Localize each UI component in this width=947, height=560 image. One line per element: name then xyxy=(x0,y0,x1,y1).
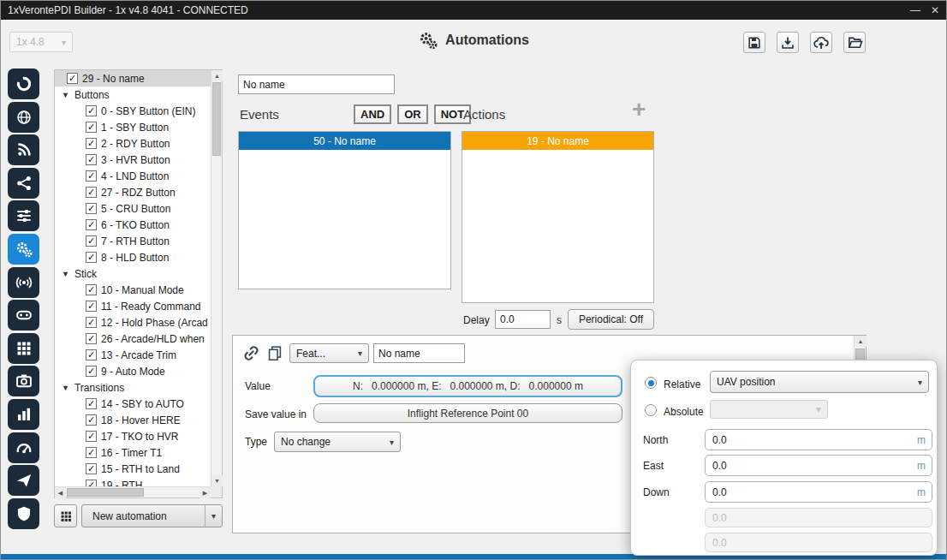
copy-button[interactable] xyxy=(264,342,286,364)
add-action-button[interactable]: + xyxy=(632,98,646,122)
type-select[interactable]: No change ▾ xyxy=(274,432,401,452)
sidebar-item-flight[interactable] xyxy=(8,465,39,496)
scroll-up-arrow[interactable]: ▲ xyxy=(855,336,867,347)
tree-item[interactable]: ✓17 - TKO to HVR xyxy=(55,428,211,444)
tree-item[interactable]: ✓8 - HLD Button xyxy=(55,249,211,265)
tree-item[interactable]: ✓16 - Timer T1 xyxy=(55,444,211,461)
tree-group-buttons[interactable]: ▼ Buttons xyxy=(55,86,211,103)
checkbox-checked[interactable]: ✓ xyxy=(86,447,97,458)
tree-item[interactable]: ✓9 - Auto Mode xyxy=(55,363,211,379)
version-select[interactable]: 1x 4.8 ▾ xyxy=(9,32,73,52)
tree-item[interactable]: ✓3 - HVR Button xyxy=(55,152,211,168)
tree-item[interactable]: ✓11 - Ready Command xyxy=(55,298,211,314)
event-item[interactable]: 50 - No name xyxy=(239,132,450,150)
checkbox-checked[interactable]: ✓ xyxy=(86,203,97,214)
tree-item[interactable]: ✓5 - CRU Button xyxy=(55,200,211,217)
delay-input[interactable] xyxy=(495,310,551,329)
tree-horizontal-scrollbar[interactable]: ◀ ▶ xyxy=(55,486,211,497)
tree-item[interactable]: ✓1 - SBY Button xyxy=(55,119,211,135)
sidebar-item-devices[interactable] xyxy=(8,333,39,364)
tree-item[interactable]: ✓26 - Arcade/HLD when xyxy=(55,331,211,347)
sidebar-item-world[interactable] xyxy=(8,102,39,133)
tree-item[interactable]: ✓6 - TKO Button xyxy=(55,217,211,233)
collapse-arrow-icon[interactable]: ▼ xyxy=(62,91,69,99)
tree-item[interactable]: ✓27 - RDZ Button xyxy=(55,184,211,200)
action-item[interactable]: 19 - No name xyxy=(462,132,653,150)
automation-list-view-button[interactable] xyxy=(54,504,77,527)
sidebar-item-telemetry[interactable] xyxy=(8,134,39,165)
checkbox-checked[interactable]: ✓ xyxy=(86,317,97,328)
tree-vertical-scrollbar[interactable]: ▲ ▼ xyxy=(211,70,222,486)
tree-item[interactable]: ✓4 - LND Button xyxy=(55,168,211,184)
sidebar-item-automations[interactable] xyxy=(8,234,39,265)
checkbox-checked[interactable]: ✓ xyxy=(86,301,97,312)
scroll-up-arrow[interactable]: ▲ xyxy=(211,70,223,81)
north-input[interactable] xyxy=(705,429,932,450)
scroll-down-arrow[interactable]: ▼ xyxy=(211,475,223,486)
scrollbar-thumb[interactable] xyxy=(67,488,144,497)
sidebar-item-antenna[interactable] xyxy=(8,267,39,298)
checkbox-checked[interactable]: ✓ xyxy=(86,105,97,116)
collapse-arrow-icon[interactable]: ▼ xyxy=(62,270,69,278)
checkbox-checked[interactable]: ✓ xyxy=(86,122,97,133)
checkbox-checked[interactable]: ✓ xyxy=(86,431,97,442)
absolute-radio[interactable] xyxy=(645,404,657,416)
collapse-arrow-icon[interactable]: ▼ xyxy=(62,384,69,392)
sidebar-item-fpv[interactable] xyxy=(8,300,39,331)
save-button[interactable] xyxy=(743,32,765,53)
chevron-down-icon[interactable]: ▾ xyxy=(205,505,222,527)
scroll-left-arrow[interactable]: ◀ xyxy=(55,487,66,498)
checkbox-checked[interactable]: ✓ xyxy=(86,333,97,344)
relative-radio[interactable] xyxy=(645,377,657,389)
scroll-right-arrow[interactable]: ▶ xyxy=(200,487,211,498)
checkbox-checked[interactable]: ✓ xyxy=(86,349,97,360)
checkbox-checked[interactable]: ✓ xyxy=(86,170,97,182)
tree-item[interactable]: ✓0 - SBY Button (EIN) xyxy=(55,103,211,119)
down-input[interactable] xyxy=(705,481,932,503)
title-bar[interactable]: 1xVerontePDI Builder - 1x v4.8 4041 - CO… xyxy=(1,1,946,20)
sidebar-item-veronte[interactable] xyxy=(8,69,39,99)
open-folder-button[interactable] xyxy=(843,32,866,53)
cloud-upload-button[interactable] xyxy=(810,32,832,53)
checkbox-checked[interactable]: ✓ xyxy=(86,480,97,486)
link-button[interactable] xyxy=(240,342,262,364)
checkbox-checked[interactable]: ✓ xyxy=(86,366,97,377)
save-value-in-field[interactable]: Inflight Reference Point 00 xyxy=(313,403,622,423)
sidebar-item-camera[interactable] xyxy=(8,366,39,396)
checkbox-checked[interactable]: ✓ xyxy=(86,187,97,198)
checkbox-checked[interactable]: ✓ xyxy=(86,154,97,165)
checkbox-checked[interactable]: ✓ xyxy=(86,235,97,247)
tree-item[interactable]: ✓14 - SBY to AUTO xyxy=(55,396,211,412)
sidebar-item-charts[interactable] xyxy=(8,399,39,430)
checkbox-checked[interactable]: ✓ xyxy=(86,398,97,409)
checkbox-checked[interactable]: ✓ xyxy=(86,414,97,426)
checkbox-checked[interactable]: ✓ xyxy=(86,252,97,263)
checkbox-checked[interactable]: ✓ xyxy=(86,284,97,295)
minimize-button[interactable]: — xyxy=(910,4,920,16)
scrollbar-thumb[interactable] xyxy=(212,82,221,156)
and-button[interactable]: AND xyxy=(354,104,391,124)
feature-select[interactable]: Feat... ▾ xyxy=(289,343,369,363)
action-name-input[interactable] xyxy=(373,343,465,363)
periodical-toggle[interactable]: Periodical: Off xyxy=(568,309,654,330)
checkbox-checked[interactable]: ✓ xyxy=(86,138,97,149)
tree-item[interactable]: ✓12 - Hold Phase (Arcad xyxy=(55,314,211,331)
sidebar-item-hil[interactable] xyxy=(8,432,39,463)
east-input[interactable] xyxy=(705,455,932,476)
download-button[interactable] xyxy=(777,32,799,53)
tree-item[interactable]: ✓7 - RTH Button xyxy=(55,233,211,249)
automation-name-input[interactable] xyxy=(238,74,395,94)
relative-position-select[interactable]: UAV position ▾ xyxy=(710,371,929,393)
checkbox-checked[interactable]: ✓ xyxy=(67,73,78,84)
or-button[interactable]: OR xyxy=(397,104,428,124)
tree-item-selected[interactable]: ✓ 29 - No name xyxy=(55,70,211,86)
tree-group-stick[interactable]: ▼ Stick xyxy=(55,265,211,282)
sidebar-item-safety[interactable] xyxy=(8,498,39,529)
checkbox-checked[interactable]: ✓ xyxy=(86,219,97,230)
tree-item[interactable]: ✓18 - Hover HERE xyxy=(55,412,211,428)
checkbox-checked[interactable]: ✓ xyxy=(86,463,97,474)
tree-item[interactable]: ✓2 - RDY Button xyxy=(55,135,211,152)
value-field[interactable]: N: 0.000000 m, E: 0.000000 m, D: 0.00000… xyxy=(313,375,622,397)
sidebar-item-connections[interactable] xyxy=(8,168,39,199)
tree-group-transitions[interactable]: ▼ Transitions xyxy=(55,379,211,396)
